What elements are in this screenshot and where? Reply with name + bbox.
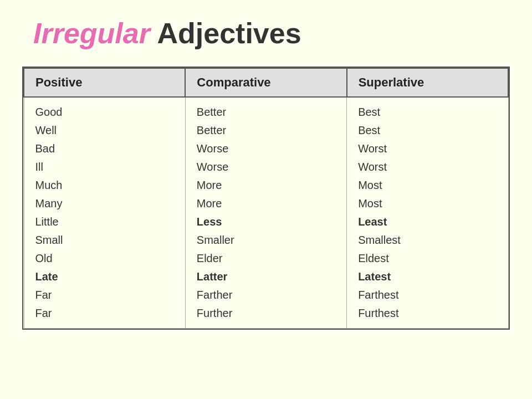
- word-smallest: Smallest: [358, 231, 497, 249]
- word-worse2: Worse: [197, 158, 335, 176]
- title-adjectives: Adjectives: [150, 17, 301, 49]
- word-late: Late: [35, 268, 174, 286]
- cell-comparative: Better Better Worse Worse More More Less…: [185, 97, 346, 329]
- title-container: Irregular Adjectives: [22, 17, 510, 50]
- word-latest: Latest: [358, 268, 497, 286]
- word-smaller: Smaller: [197, 231, 335, 249]
- word-less: Less: [197, 213, 335, 231]
- word-worst1: Worst: [358, 140, 497, 158]
- word-good: Good: [35, 103, 174, 121]
- word-better1: Better: [197, 103, 335, 121]
- word-well: Well: [35, 121, 174, 140]
- word-best1: Best: [358, 103, 497, 121]
- word-most1: Most: [358, 176, 497, 195]
- word-far1: Far: [35, 286, 174, 304]
- comparative-words: Better Better Worse Worse More More Less…: [197, 103, 335, 323]
- word-further: Further: [197, 304, 335, 323]
- word-much: Much: [35, 176, 174, 195]
- word-worse1: Worse: [197, 140, 335, 158]
- word-many: Many: [35, 195, 174, 213]
- word-elder: Elder: [197, 249, 335, 268]
- header-comparative: Comparative: [185, 68, 346, 97]
- word-least: Least: [358, 213, 497, 231]
- word-more1: More: [197, 176, 335, 195]
- word-little: Little: [35, 213, 174, 231]
- word-most2: Most: [358, 195, 497, 213]
- superlative-words: Best Best Worst Worst Most Most Least Sm…: [358, 103, 497, 323]
- word-furthest: Furthest: [358, 304, 497, 323]
- positive-words: Good Well Bad Ill Much Many Little Small…: [35, 103, 174, 323]
- word-ill: Ill: [35, 158, 174, 176]
- word-farther: Farther: [197, 286, 335, 304]
- word-latter: Latter: [197, 268, 335, 286]
- word-bad: Bad: [35, 140, 174, 158]
- cell-positive: Good Well Bad Ill Much Many Little Small…: [24, 97, 185, 329]
- word-worst2: Worst: [358, 158, 497, 176]
- word-farthest: Farthest: [358, 286, 497, 304]
- header-superlative: Superlative: [347, 68, 508, 97]
- table-row: Good Well Bad Ill Much Many Little Small…: [24, 97, 508, 329]
- header-positive: Positive: [24, 68, 185, 97]
- word-better2: Better: [197, 121, 335, 140]
- cell-superlative: Best Best Worst Worst Most Most Least Sm…: [347, 97, 508, 329]
- table-wrapper: Positive Comparative Superlative Good We…: [22, 66, 510, 330]
- word-best2: Best: [358, 121, 497, 140]
- word-old: Old: [35, 249, 174, 268]
- adjectives-table: Positive Comparative Superlative Good We…: [23, 68, 509, 329]
- table-header-row: Positive Comparative Superlative: [24, 68, 508, 97]
- word-more2: More: [197, 195, 335, 213]
- word-far2: Far: [35, 304, 174, 323]
- word-eldest: Eldest: [358, 249, 497, 268]
- title-irregular: Irregular: [33, 17, 150, 49]
- word-small: Small: [35, 231, 174, 249]
